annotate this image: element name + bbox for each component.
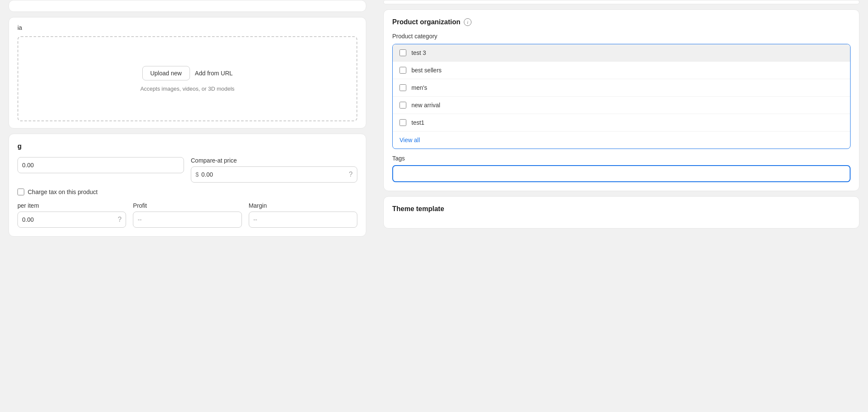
category-name-test3: test 3 <box>411 49 426 56</box>
right-panel: Product organization i Product category … <box>375 0 868 412</box>
compare-at-price-input-wrapper: $ 0.00 ? <box>191 166 357 183</box>
category-checkbox-test3[interactable] <box>400 49 406 56</box>
price-input-wrapper: 0.00 <box>17 157 184 173</box>
category-item-test1[interactable]: test1 <box>393 114 850 132</box>
top-partial-card <box>9 0 366 12</box>
category-name-test1: test1 <box>411 119 424 126</box>
category-item-mens[interactable]: men's <box>393 79 850 97</box>
category-item-test3[interactable]: test 3 <box>393 44 850 62</box>
compare-at-price-label: Compare-at price <box>191 157 357 164</box>
tax-checkbox-row: Charge tax on this product <box>17 189 357 195</box>
theme-template-title: Theme template <box>392 205 851 213</box>
category-name-new-arrival: new arrival <box>411 102 440 109</box>
per-item-field: per item 0.00 ? <box>17 202 126 228</box>
right-top-partial-card <box>383 0 859 4</box>
category-list: test 3 best sellers men's new arrival te… <box>392 44 851 149</box>
charge-tax-label: Charge tax on this product <box>28 189 98 195</box>
category-checkbox-mens[interactable] <box>400 84 406 91</box>
currency-symbol: $ <box>195 171 199 178</box>
category-checkbox-best-sellers[interactable] <box>400 67 406 74</box>
pricing-card: g 0.00 Compare-at price $ 0.00 ? <box>9 134 366 237</box>
left-panel: ia Upload new Add from URL Accepts image… <box>0 0 375 412</box>
media-dropzone[interactable]: Upload new Add from URL Accepts images, … <box>17 36 357 121</box>
upload-new-button[interactable]: Upload new <box>142 66 190 80</box>
metrics-row: per item 0.00 ? Profit -- Margin -- <box>17 202 357 228</box>
tags-input[interactable] <box>392 165 851 182</box>
category-checkbox-new-arrival[interactable] <box>400 102 406 109</box>
org-info-icon[interactable]: i <box>464 18 471 26</box>
compare-at-price-field-group: Compare-at price $ 0.00 ? <box>191 157 357 183</box>
price-input[interactable]: 0.00 <box>22 162 179 169</box>
category-item-new-arrival[interactable]: new arrival <box>393 97 850 114</box>
view-all-link[interactable]: View all <box>393 132 850 149</box>
profit-value: -- <box>133 212 241 228</box>
pricing-row: 0.00 Compare-at price $ 0.00 ? <box>17 157 357 183</box>
margin-field: Margin -- <box>249 202 357 228</box>
profit-field: Profit -- <box>133 202 241 228</box>
add-from-url-button[interactable]: Add from URL <box>195 70 233 77</box>
margin-value: -- <box>249 212 357 228</box>
charge-tax-checkbox[interactable] <box>17 189 24 195</box>
media-card: ia Upload new Add from URL Accepts image… <box>9 17 366 129</box>
pricing-section-title: g <box>17 143 357 150</box>
per-item-input-wrapper: 0.00 ? <box>17 212 126 228</box>
category-checkbox-test1[interactable] <box>400 119 406 126</box>
product-category-label: Product category <box>392 33 851 40</box>
category-name-best-sellers: best sellers <box>411 67 442 74</box>
compare-help-icon[interactable]: ? <box>349 171 353 178</box>
theme-template-card: Theme template <box>383 196 859 229</box>
org-card-title: Product organization <box>392 18 460 26</box>
media-section-label: ia <box>17 24 357 31</box>
per-item-label: per item <box>17 202 126 209</box>
compare-at-price-input[interactable]: 0.00 <box>201 171 349 178</box>
profit-label: Profit <box>133 202 241 209</box>
media-hint-text: Accepts images, videos, or 3D models <box>140 86 234 92</box>
tags-label: Tags <box>392 155 851 162</box>
per-item-input[interactable]: 0.00 <box>22 216 118 223</box>
category-item-best-sellers[interactable]: best sellers <box>393 62 850 79</box>
per-item-help-icon[interactable]: ? <box>118 216 121 223</box>
margin-label: Margin <box>249 202 357 209</box>
product-organization-card: Product organization i Product category … <box>383 9 859 191</box>
org-card-header: Product organization i <box>392 18 851 26</box>
media-buttons: Upload new Add from URL <box>142 66 233 80</box>
price-field-group: 0.00 <box>17 157 184 183</box>
category-name-mens: men's <box>411 84 427 91</box>
